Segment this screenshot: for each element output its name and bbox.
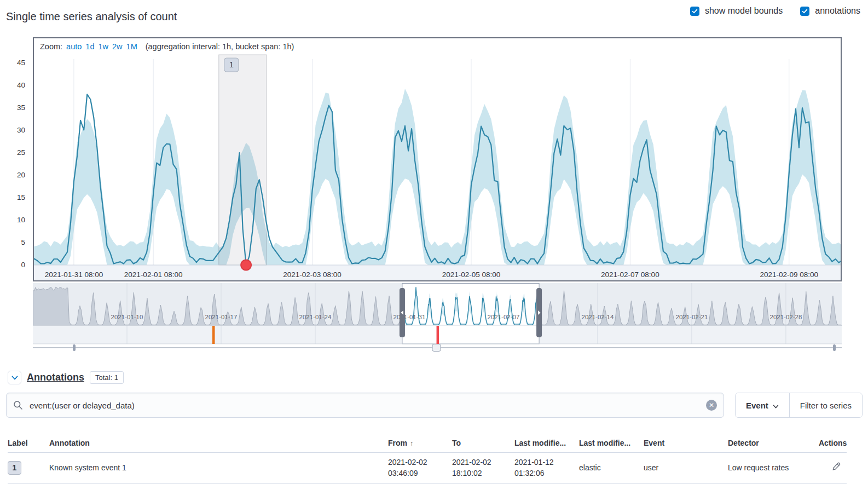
zoom-option-1w[interactable]: 1w — [98, 42, 108, 51]
navigator-tick-label: 2021-01-31 — [394, 314, 426, 320]
navigator-tick-label: 2021-02-07 — [488, 314, 520, 320]
edit-annotation-button[interactable] — [832, 464, 841, 473]
y-axis-tick-label: 10 — [0, 215, 25, 225]
y-axis-tick-label: 15 — [0, 193, 25, 203]
cell-last-modified-date: 2021-01-12 01:32:06 — [514, 457, 579, 479]
annotations-table-body: 1Known system event 12021-02-02 03:46:09… — [8, 453, 847, 484]
column-header-event[interactable]: Event — [644, 439, 728, 447]
navigator-annotation-marker[interactable] — [212, 326, 215, 344]
annotations-header: Annotations Total: 1 — [8, 371, 124, 384]
sort-ascending-icon: ↑ — [410, 439, 414, 447]
annotations-checkbox[interactable]: annotations — [800, 6, 860, 16]
y-axis-tick-label: 45 — [0, 58, 25, 68]
context-navigator-chart[interactable]: 2021-01-102021-01-172021-01-242021-01-31… — [33, 283, 842, 352]
annotations-filter-buttons: Event Filter to series — [735, 393, 863, 418]
x-axis-tick-label: 2021-01-31 08:00 — [45, 270, 103, 279]
chevron-down-icon — [773, 401, 779, 410]
cell-from: 2021-02-02 03:46:09 — [388, 457, 452, 479]
zoom-option-2w[interactable]: 2w — [112, 42, 123, 51]
navigator-tick-label: 2021-01-24 — [299, 314, 332, 320]
collapse-annotations-button[interactable] — [8, 371, 21, 384]
navigator-annotation-marker[interactable] — [437, 326, 439, 344]
navigator-left-handle[interactable] — [400, 288, 405, 337]
annotations-search-box: ✕ — [6, 393, 724, 418]
annotations-table-header: LabelAnnotationFrom↑ToLast modifie...Las… — [8, 435, 847, 453]
scrollbar-thumb[interactable] — [432, 344, 441, 352]
annotation-band-label[interactable]: 1 — [224, 58, 239, 72]
scrollbar-left-handle[interactable] — [73, 344, 76, 351]
navigator-tick-label: 2021-01-17 — [205, 314, 238, 320]
zoom-option-auto[interactable]: auto — [66, 42, 82, 51]
y-axis-tick-label: 40 — [0, 80, 25, 90]
zoom-option-1M[interactable]: 1M — [126, 42, 137, 51]
cell-label: 1 — [8, 461, 49, 475]
cell-to: 2021-02-02 18:10:02 — [452, 457, 514, 479]
cell-event: user — [644, 462, 728, 473]
annotation-label-badge: 1 — [8, 461, 21, 475]
checkbox-label: annotations — [815, 6, 860, 16]
column-header-from[interactable]: From↑ — [388, 439, 452, 447]
navigator-tick-label: 2021-02-14 — [582, 314, 614, 320]
show-model-bounds-checkbox[interactable]: show model bounds — [690, 6, 783, 16]
annotation-row: 1Known system event 12021-02-02 03:46:09… — [8, 453, 847, 484]
navigator-tick-label: 2021-01-10 — [111, 314, 143, 320]
annotations-heading: Annotations — [27, 372, 84, 383]
column-header-to[interactable]: To — [452, 439, 514, 447]
clear-search-button[interactable]: ✕ — [706, 400, 717, 411]
navigator-right-handle[interactable] — [536, 288, 542, 337]
y-axis-tick-label: 30 — [0, 125, 25, 135]
cell-annotation: Known system event 1 — [49, 462, 388, 473]
annotations-total-badge: Total: 1 — [90, 371, 124, 384]
chart-option-checkboxes: show model boundsannotations — [690, 6, 860, 16]
x-axis-tick-label: 2021-02-09 08:00 — [760, 270, 818, 279]
column-header-label[interactable]: Label — [8, 439, 49, 447]
x-axis-tick-label: 2021-02-07 08:00 — [601, 270, 659, 279]
chevron-down-icon — [11, 373, 18, 382]
zoom-options: auto1d1w2w1M — [66, 42, 137, 51]
x-axis-tick-label: 2021-02-01 08:00 — [124, 270, 183, 279]
zoom-label: Zoom: — [40, 42, 62, 51]
column-header-last-modified-by[interactable]: Last modifie... — [579, 439, 644, 447]
y-axis-tick-label: 20 — [0, 170, 25, 180]
svg-text:1: 1 — [229, 60, 234, 69]
zoom-option-1d[interactable]: 1d — [85, 42, 94, 51]
x-axis-tick-label: 2021-02-05 08:00 — [442, 270, 501, 279]
cell-last-modified-by: elastic — [579, 462, 644, 473]
navigator-tick-label: 2021-02-28 — [770, 314, 802, 320]
annotations-search-input[interactable] — [6, 393, 724, 418]
y-axis-tick-label: 0 — [0, 260, 25, 270]
x-axis-tick-label: 2021-02-03 08:00 — [283, 270, 342, 279]
aggregation-note: (aggregation interval: 1h, bucket span: … — [146, 42, 294, 51]
annotations-table: LabelAnnotationFrom↑ToLast modifie...Las… — [8, 435, 847, 484]
y-axis-tick-label: 25 — [0, 148, 25, 158]
y-axis-tick-label: 35 — [0, 103, 25, 113]
page-title: Single time series analysis of count — [6, 10, 177, 23]
event-filter-label: Event — [746, 401, 768, 410]
single-metric-viewer: Single time series analysis of count sho… — [0, 0, 868, 495]
anomaly-marker-dot[interactable] — [241, 260, 251, 270]
cell-detector: Low request rates — [728, 462, 819, 473]
annotations-filter-bar: ✕ Event Filter to series — [6, 393, 863, 418]
event-filter-dropdown[interactable]: Event — [736, 393, 789, 417]
cell-actions — [819, 462, 847, 474]
column-header-annotation[interactable]: Annotation — [49, 439, 388, 447]
checkbox-label: show model bounds — [705, 6, 783, 16]
checkbox-checked-icon — [690, 7, 699, 16]
navigator-tick-label: 2021-02-21 — [676, 314, 708, 320]
y-axis-tick-label: 5 — [0, 238, 25, 248]
main-timeseries-chart[interactable]: 12021-01-31 08:002021-02-01 08:002021-02… — [33, 37, 842, 281]
search-icon — [13, 400, 23, 412]
scrollbar-right-handle[interactable] — [833, 344, 836, 351]
column-header-actions[interactable]: Actions — [819, 439, 847, 447]
zoom-controls: Zoom: auto1d1w2w1M (aggregation interval… — [40, 42, 294, 51]
column-header-detector[interactable]: Detector — [728, 439, 819, 447]
checkbox-checked-icon — [800, 7, 809, 16]
column-header-last-modified-date[interactable]: Last modifie... — [514, 439, 579, 447]
filter-to-series-button[interactable]: Filter to series — [789, 393, 862, 417]
